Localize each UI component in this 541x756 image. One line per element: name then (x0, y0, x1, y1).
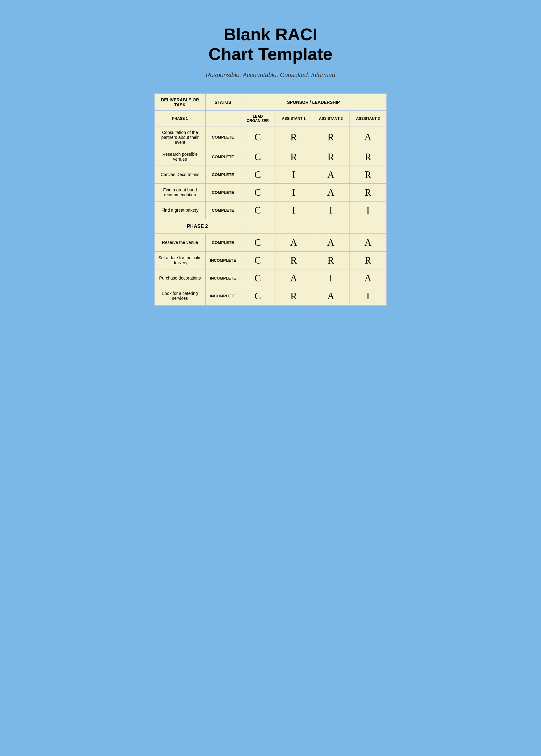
assistant1-cell: I (275, 165, 312, 183)
subheader-lead-organizer: LEAD ORGANIZER (241, 110, 275, 126)
assistant2-cell: A (312, 165, 349, 183)
assistant1-cell: I (275, 201, 312, 219)
task-cell: Look for a catering services (155, 287, 206, 305)
subheader-status-empty (206, 110, 241, 126)
assistant2-cell: I (312, 269, 349, 287)
assistant1-cell: R (275, 148, 312, 165)
header-status: STATUS (206, 94, 241, 110)
task-cell: Find a great bakery (155, 201, 206, 219)
assistant1-cell: A (275, 269, 312, 287)
subheader-assistant1: ASSISTANT 1 (275, 110, 312, 126)
table-row: Set a date for the cake deliveryINCOMPLE… (155, 251, 387, 269)
status-cell: COMPLETE (206, 165, 241, 183)
subtitle: Responsible, Accountable, Consulted, Inf… (206, 72, 335, 79)
assistant3-cell: A (349, 126, 387, 148)
raci-table-wrapper: DELIVERABLE OR TASK STATUS SPONSOR / LEA… (154, 94, 387, 306)
assistant3-cell: R (349, 165, 387, 183)
assistant1-cell: A (275, 233, 312, 251)
table-row: Research possible venuesCOMPLETECRRR (155, 148, 387, 165)
assistant1-cell: R (275, 126, 312, 148)
header-sponsor-leadership: SPONSOR / LEADERSHIP (241, 94, 387, 110)
phase2-empty-cell (312, 219, 349, 233)
status-cell: INCOMPLETE (206, 251, 241, 269)
status-cell: COMPLETE (206, 148, 241, 165)
assistant3-cell: I (349, 201, 387, 219)
assistant2-cell: A (312, 287, 349, 305)
table-row: Find a great band recommendationCOMPLETE… (155, 183, 387, 201)
lead-organizer-cell: C (241, 233, 275, 251)
task-cell: Purchase decorations (155, 269, 206, 287)
table-row: Purchase decorationsINCOMPLETECAIA (155, 269, 387, 287)
status-cell: INCOMPLETE (206, 269, 241, 287)
task-cell: Find a great band recommendation (155, 183, 206, 201)
raci-table: DELIVERABLE OR TASK STATUS SPONSOR / LEA… (154, 94, 387, 305)
lead-organizer-cell: C (241, 201, 275, 219)
task-cell: Set a date for the cake delivery (155, 251, 206, 269)
status-cell: COMPLETE (206, 233, 241, 251)
assistant3-cell: R (349, 251, 387, 269)
assistant1-cell: R (275, 287, 312, 305)
assistant3-cell: R (349, 183, 387, 201)
lead-organizer-cell: C (241, 126, 275, 148)
subheader-phase1: PHASE 1 (155, 110, 206, 126)
task-cell: Consultation of the partners about their… (155, 126, 206, 148)
lead-organizer-cell: C (241, 269, 275, 287)
subheader-assistant2: ASSISTANT 2 (312, 110, 349, 126)
header-deliverable: DELIVERABLE OR TASK (155, 94, 206, 110)
assistant3-cell: A (349, 233, 387, 251)
assistant2-cell: A (312, 183, 349, 201)
status-cell: INCOMPLETE (206, 287, 241, 305)
phase2-empty-cell (275, 219, 312, 233)
lead-organizer-cell: C (241, 287, 275, 305)
lead-organizer-cell: C (241, 183, 275, 201)
assistant2-cell: A (312, 233, 349, 251)
status-cell: COMPLETE (206, 183, 241, 201)
assistant3-cell: R (349, 148, 387, 165)
assistant1-cell: R (275, 251, 312, 269)
phase2-empty-cell (241, 219, 275, 233)
assistant2-cell: R (312, 148, 349, 165)
table-row: Consultation of the partners about their… (155, 126, 387, 148)
lead-organizer-cell: C (241, 251, 275, 269)
lead-organizer-cell: C (241, 148, 275, 165)
assistant2-cell: I (312, 201, 349, 219)
assistant2-cell: R (312, 251, 349, 269)
phase2-header: PHASE 2 (155, 219, 387, 233)
task-cell: Research possible venues (155, 148, 206, 165)
lead-organizer-cell: C (241, 165, 275, 183)
assistant3-cell: I (349, 287, 387, 305)
table-row: Find a great bakeryCOMPLETECIII (155, 201, 387, 219)
subheader-assistant3: ASSISTANT 3 (349, 110, 387, 126)
page-title: Blank RACI Chart Template (209, 25, 332, 64)
status-cell: COMPLETE (206, 201, 241, 219)
task-cell: Canvas Decorations (155, 165, 206, 183)
assistant2-cell: R (312, 126, 349, 148)
table-row: Reserve the venueCOMPLETECAAA (155, 233, 387, 251)
table-row: Look for a catering servicesINCOMPLETECR… (155, 287, 387, 305)
status-cell: COMPLETE (206, 126, 241, 148)
task-cell: Reserve the venue (155, 233, 206, 251)
assistant1-cell: I (275, 183, 312, 201)
assistant3-cell: A (349, 269, 387, 287)
table-row: Canvas DecorationsCOMPLETECIAR (155, 165, 387, 183)
page-container: Blank RACI Chart Template Responsible, A… (154, 12, 387, 306)
phase2-empty-cell (349, 219, 387, 233)
